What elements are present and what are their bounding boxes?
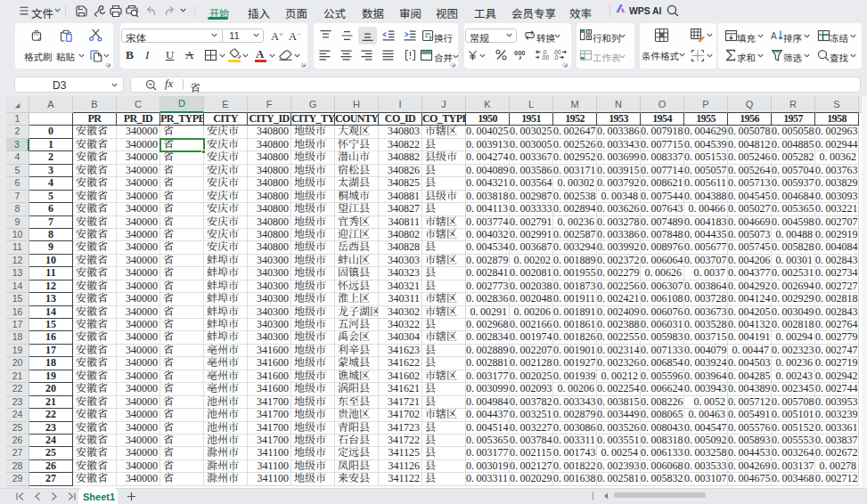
svg-text:.0: .0 [553,54,559,61]
svg-text:000: 000 [514,49,526,57]
svg-text:A: A [771,31,777,41]
svg-text:.00: .00 [541,54,549,61]
